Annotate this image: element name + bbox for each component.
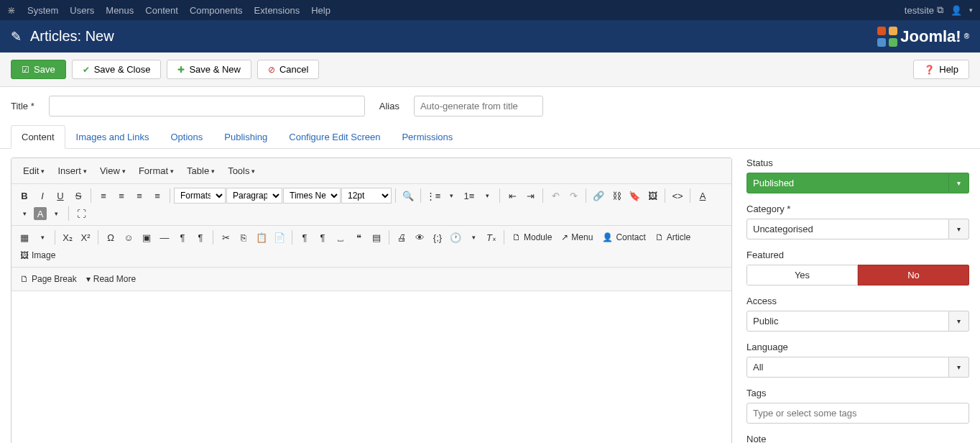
number-list-icon[interactable]: 1≡ (461, 187, 478, 204)
tab-images-links[interactable]: Images and Links (65, 125, 160, 148)
undo-icon[interactable]: ↶ (547, 187, 564, 204)
datetime-icon[interactable]: 🕐 (447, 229, 464, 246)
help-button[interactable]: ❓Help (913, 60, 969, 79)
align-justify-icon[interactable]: ≡ (149, 187, 166, 204)
caret-down-icon[interactable]: ▾ (949, 219, 969, 239)
menu-system[interactable]: System (27, 5, 58, 16)
menu-components[interactable]: Components (190, 5, 243, 16)
title-input[interactable] (49, 96, 365, 117)
caret-down-icon[interactable]: ▾ (16, 205, 33, 222)
template-icon[interactable]: ▤ (368, 229, 385, 246)
image-icon[interactable]: 🖼 (644, 187, 661, 204)
caret-down-icon[interactable]: ▾ (34, 229, 51, 246)
caret-down-icon[interactable]: ▾ (443, 187, 460, 204)
indent-icon[interactable]: ⇥ (522, 187, 539, 204)
editor-menu-edit[interactable]: Edit▾ (17, 163, 50, 179)
tab-content[interactable]: Content (11, 125, 65, 149)
site-link[interactable]: testsite ⧉ (905, 4, 943, 16)
editor-menu-view[interactable]: View▾ (94, 163, 131, 179)
paste-icon[interactable]: 📋 (253, 229, 270, 246)
superscript-icon[interactable]: X² (77, 229, 94, 246)
image-button[interactable]: 🖼Image (16, 247, 60, 264)
caret-down-icon[interactable]: ▾ (479, 187, 496, 204)
find-replace-icon[interactable]: 🔍 (399, 187, 417, 204)
italic-icon[interactable]: I (34, 187, 51, 204)
access-select[interactable]: Public ▾ (746, 311, 969, 332)
readmore-button[interactable]: ▾Read More (82, 270, 140, 288)
align-center-icon[interactable]: ≡ (113, 187, 130, 204)
pagebreak-button[interactable]: 🗋Page Break (16, 270, 81, 288)
copy-icon[interactable]: ⎘ (235, 229, 252, 246)
tags-input[interactable] (746, 403, 969, 424)
caret-down-icon[interactable]: ▾ (949, 173, 969, 193)
joomla-icon[interactable]: ⋇ (7, 4, 16, 16)
rtl-icon[interactable]: ¶ (192, 229, 209, 246)
menu-extensions[interactable]: Extensions (254, 5, 300, 16)
text-color-icon[interactable]: A (694, 187, 711, 204)
codesample-icon[interactable]: {;} (429, 229, 446, 246)
code-icon[interactable]: <> (669, 187, 686, 204)
hr-icon[interactable]: ― (156, 229, 173, 246)
status-select[interactable]: Published ▾ (746, 173, 969, 193)
caret-down-icon[interactable]: ▾ (949, 311, 969, 332)
blockquote-icon[interactable]: ❝ (350, 229, 367, 246)
tab-options[interactable]: Options (160, 125, 213, 148)
special-char-icon[interactable]: Ω (102, 229, 119, 246)
preview-icon[interactable]: 👁 (411, 229, 428, 246)
ltr-icon[interactable]: ¶ (174, 229, 191, 246)
bold-icon[interactable]: B (16, 187, 33, 204)
print-icon[interactable]: 🖨 (393, 229, 410, 246)
align-left-icon[interactable]: ≡ (95, 187, 112, 204)
contact-button[interactable]: 👤Contact (598, 229, 650, 246)
save-button[interactable]: ☑Save (11, 60, 66, 79)
cancel-button[interactable]: ⊘Cancel (257, 60, 319, 79)
save-new-button[interactable]: ✚Save & New (167, 60, 251, 79)
underline-icon[interactable]: U (52, 187, 69, 204)
bullet-list-icon[interactable]: ⋮≡ (425, 187, 442, 204)
editor-body[interactable] (11, 291, 731, 443)
strikethrough-icon[interactable]: S (70, 187, 87, 204)
nbsp-icon[interactable]: ⎵ (332, 229, 349, 246)
menu-users[interactable]: Users (70, 5, 94, 16)
menu-menus[interactable]: Menus (106, 5, 134, 16)
caret-down-icon[interactable]: ▾ (47, 205, 65, 222)
link-icon[interactable]: 🔗 (590, 187, 607, 204)
subscript-icon[interactable]: X₂ (59, 229, 76, 246)
article-button[interactable]: 🗋Article (651, 229, 695, 246)
tab-configure-edit[interactable]: Configure Edit Screen (278, 125, 391, 148)
paragraph-select[interactable]: Paragraph (226, 188, 282, 204)
font-select[interactable]: Times Ne... (283, 188, 341, 204)
fullscreen-icon[interactable]: ⛶ (73, 205, 90, 222)
bg-color-icon[interactable]: A (34, 207, 47, 220)
tab-permissions[interactable]: Permissions (391, 125, 463, 148)
language-select[interactable]: All ▾ (746, 357, 969, 378)
editor-menu-insert[interactable]: Insert▾ (52, 163, 93, 179)
anchor-icon[interactable]: 🔖 (626, 187, 643, 204)
module-button[interactable]: 🗋Module (508, 229, 556, 246)
emoji-icon[interactable]: ☺ (120, 229, 137, 246)
show-invisible-icon[interactable]: ¶ (296, 229, 313, 246)
paste-text-icon[interactable]: 📄 (271, 229, 288, 246)
featured-yes[interactable]: Yes (746, 265, 858, 286)
user-icon[interactable]: 👤 (951, 5, 962, 16)
alias-input[interactable] (414, 96, 543, 117)
caret-down-icon[interactable]: ▾ (465, 229, 482, 246)
formats-select[interactable]: Formats (174, 188, 226, 204)
clear-format-icon[interactable]: Tₓ (483, 229, 500, 246)
table-icon[interactable]: ▦ (16, 229, 33, 246)
featured-no[interactable]: No (858, 265, 969, 286)
menu-help[interactable]: Help (311, 5, 330, 16)
category-select[interactable]: Uncategorised ▾ (746, 219, 969, 239)
save-close-button[interactable]: ✔Save & Close (72, 60, 162, 79)
media-icon[interactable]: ▣ (138, 229, 155, 246)
redo-icon[interactable]: ↷ (565, 187, 582, 204)
show-blocks-icon[interactable]: ¶ (314, 229, 331, 246)
unlink-icon[interactable]: ⛓ (608, 187, 625, 204)
align-right-icon[interactable]: ≡ (131, 187, 148, 204)
caret-down-icon[interactable]: ▾ (949, 357, 969, 378)
editor-menu-format[interactable]: Format▾ (133, 163, 180, 179)
menu-content[interactable]: Content (145, 5, 178, 16)
menu-button[interactable]: ↗Menu (557, 229, 597, 246)
editor-menu-tools[interactable]: Tools▾ (222, 163, 261, 179)
outdent-icon[interactable]: ⇤ (504, 187, 521, 204)
